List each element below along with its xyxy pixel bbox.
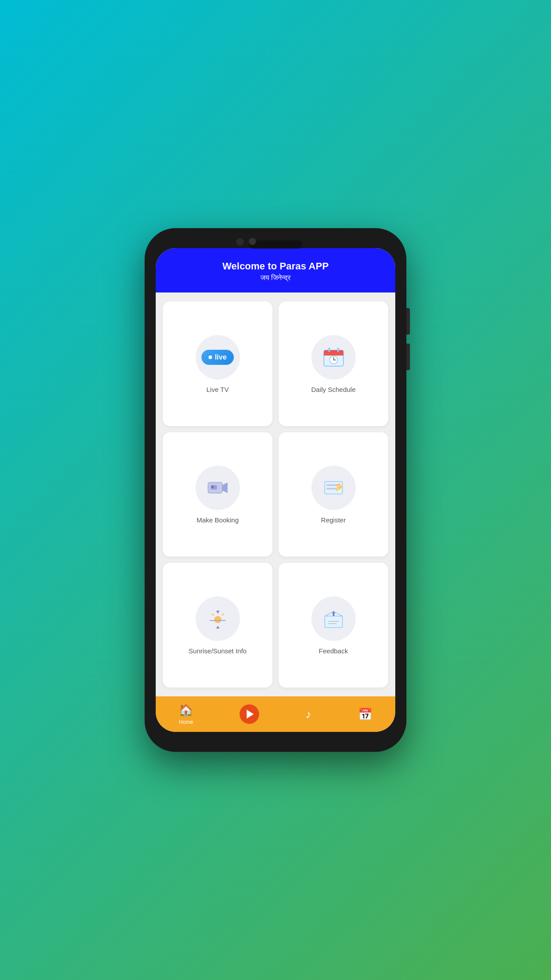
grid-item-sunrise-sunset[interactable]: Sunrise/Sunset Info [163, 563, 272, 688]
feedback-icon-circle [311, 597, 356, 641]
play-icon [247, 710, 254, 719]
live-text: live [215, 353, 227, 361]
app-title: Welcome to Paras APP [165, 261, 386, 272]
register-icon [322, 476, 345, 499]
svg-rect-14 [327, 488, 337, 490]
feedback-icon [322, 607, 345, 630]
app-header: Welcome to Paras APP जय जिनेन्द्र [156, 248, 395, 292]
grid-item-daily-schedule[interactable]: Daily Schedule [279, 301, 388, 426]
svg-rect-2 [324, 354, 343, 356]
grid-item-feedback[interactable]: Feedback [279, 563, 388, 688]
nav-item-calendar[interactable]: 📅 [349, 704, 381, 725]
live-dot [209, 356, 212, 359]
calendar-nav-icon: 📅 [358, 707, 372, 721]
grid-item-register[interactable]: Register [279, 432, 388, 557]
live-tv-label: Live TV [206, 386, 229, 393]
svg-point-11 [211, 486, 214, 488]
home-label: Home [179, 719, 193, 725]
nav-item-home[interactable]: 🏠 Home [170, 700, 202, 729]
live-badge: live [201, 350, 234, 365]
home-icon: 🏠 [179, 703, 193, 717]
svg-marker-9 [222, 482, 228, 493]
music-icon: ♪ [306, 707, 311, 721]
make-booking-label: Make Booking [197, 516, 239, 524]
app-subtitle: जय जिनेन्द्र [165, 274, 386, 282]
calendar-clock-icon [322, 346, 345, 369]
feedback-label: Feedback [319, 647, 348, 655]
side-button-1 [406, 308, 410, 335]
svg-rect-28 [333, 613, 335, 616]
svg-point-17 [214, 616, 221, 623]
svg-line-21 [212, 614, 213, 615]
live-tv-icon-circle: live [196, 335, 240, 379]
phone-frame: Welcome to Paras APP जय जिनेन्द्र live L… [145, 228, 406, 752]
sunrise-sunset-icon [206, 607, 229, 630]
svg-rect-7 [337, 348, 339, 352]
main-grid: live Live TV [156, 292, 395, 696]
bottom-navigation: 🏠 Home ♪ 📅 [156, 696, 395, 732]
make-booking-icon-circle [196, 466, 240, 510]
daily-schedule-icon-circle [311, 335, 356, 379]
register-label: Register [321, 516, 346, 524]
svg-marker-23 [216, 626, 220, 628]
svg-marker-22 [216, 611, 220, 613]
side-button-2 [406, 344, 410, 370]
svg-rect-24 [325, 616, 342, 628]
camera [249, 238, 256, 245]
play-button[interactable] [240, 704, 259, 724]
grid-item-live-tv[interactable]: live Live TV [163, 301, 272, 426]
nav-item-play[interactable] [231, 701, 268, 727]
svg-rect-6 [328, 348, 330, 352]
nav-item-music[interactable]: ♪ [297, 704, 320, 725]
register-icon-circle [311, 466, 356, 510]
phone-screen: Welcome to Paras APP जय जिनेन्द्र live L… [156, 248, 395, 732]
daily-schedule-label: Daily Schedule [311, 386, 355, 393]
svg-line-20 [222, 614, 224, 615]
sunrise-sunset-label: Sunrise/Sunset Info [189, 647, 247, 655]
sunrise-sunset-icon-circle [196, 597, 240, 641]
camera-video-icon [206, 476, 229, 499]
grid-item-make-booking[interactable]: Make Booking [163, 432, 272, 557]
